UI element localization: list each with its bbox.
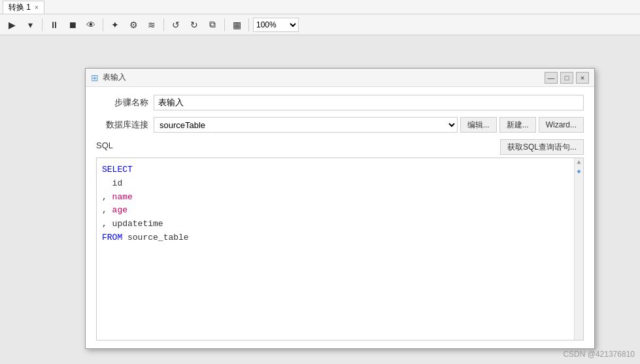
tab-bar: 转换 1 × xyxy=(0,0,640,14)
sql-label: SQL xyxy=(96,141,113,150)
run-button[interactable]: ▶ xyxy=(4,17,20,33)
tab-close-icon[interactable]: × xyxy=(35,4,39,11)
fetch-sql-button[interactable]: 获取SQL查询语句... xyxy=(500,139,584,155)
db-conn-controls: sourceTable 编辑... 新建... Wizard... xyxy=(154,117,584,133)
db-conn-select[interactable]: sourceTable xyxy=(154,117,458,133)
sql-line-6: FROM source_table xyxy=(102,231,570,245)
canvas-area: 表输入 插入 / 更新 xyxy=(0,35,640,364)
sql-line-4: , age xyxy=(102,204,570,218)
kw-from: FROM xyxy=(102,233,122,242)
modal-title-area: ⊞ 表输入 xyxy=(91,72,126,83)
modal-titlebar: ⊞ 表输入 — □ × xyxy=(86,69,594,87)
copy-button[interactable]: ⧉ xyxy=(205,17,220,33)
separator-5 xyxy=(248,18,249,31)
sql-line-3: , name xyxy=(102,191,570,205)
db-conn-label: 数据库连接 xyxy=(96,119,148,131)
run-dropdown-button[interactable]: ▾ xyxy=(22,17,38,33)
sql-section: SQL 获取SQL查询语句... SELECT id , name xyxy=(96,139,584,340)
kw-select: SELECT xyxy=(102,165,133,174)
scroll-indicator: ◆ xyxy=(575,167,583,176)
sql-header-row: SQL 获取SQL查询语句... xyxy=(96,139,584,155)
separator-1 xyxy=(42,18,42,31)
db-conn-row: 数据库连接 sourceTable 编辑... 新建... Wizard... xyxy=(96,117,584,133)
tab-label: 转换 1 xyxy=(8,2,31,13)
modal-table-input: ⊞ 表输入 — □ × 步骤名称 数据库连接 sourceTable xyxy=(85,68,595,349)
sql-line-5: , updatetime xyxy=(102,218,570,231)
modal-controls: — □ × xyxy=(545,72,589,84)
sql-line-1: SELECT xyxy=(102,163,570,177)
modal-close-button[interactable]: × xyxy=(576,72,589,84)
watermark: CSDN @421376810 xyxy=(563,350,635,359)
modal-body: 步骤名称 数据库连接 sourceTable 编辑... 新建... Wizar… xyxy=(86,87,594,348)
sql-line-2: id xyxy=(102,177,570,191)
step-name-row: 步骤名称 xyxy=(96,95,584,110)
expand-button[interactable]: ≋ xyxy=(144,17,160,33)
new-button[interactable]: 新建... xyxy=(499,117,536,133)
step-name-label: 步骤名称 xyxy=(96,97,148,108)
tab-transform1[interactable]: 转换 1 × xyxy=(3,1,44,14)
edit-button[interactable]: 编辑... xyxy=(460,117,497,133)
zoom-select[interactable]: 100% 50% 75% 125% 150% 200% xyxy=(253,18,299,32)
separator-4 xyxy=(224,18,225,31)
scroll-up-button[interactable]: ▲ xyxy=(575,158,583,167)
modal-maximize-button[interactable]: □ xyxy=(560,72,573,84)
stop-button[interactable]: ⏹ xyxy=(65,17,80,33)
separator-2 xyxy=(103,18,103,31)
preview-button[interactable]: 👁 xyxy=(83,17,99,33)
pause-button[interactable]: ⏸ xyxy=(46,17,62,33)
modal-minimize-button[interactable]: — xyxy=(545,72,558,84)
wizard-button[interactable]: Wizard... xyxy=(539,117,584,133)
modal-title-text: 表输入 xyxy=(103,72,126,83)
undo-button[interactable]: ↺ xyxy=(168,17,184,33)
modal-title-icon: ⊞ xyxy=(91,73,99,83)
separator-3 xyxy=(163,18,164,31)
sql-editor[interactable]: SELECT id , name , age , updatetime xyxy=(96,157,584,340)
grid-button[interactable]: ▦ xyxy=(229,17,244,33)
redo-button[interactable]: ↻ xyxy=(186,17,202,33)
check2-button[interactable]: ⚙ xyxy=(126,17,141,33)
check-button[interactable]: ✦ xyxy=(107,17,123,33)
toolbar: ▶ ▾ ⏸ ⏹ 👁 ✦ ⚙ ≋ ↺ ↻ ⧉ ▦ 100% 50% 75% 125… xyxy=(0,14,640,35)
step-name-input[interactable] xyxy=(154,95,584,110)
